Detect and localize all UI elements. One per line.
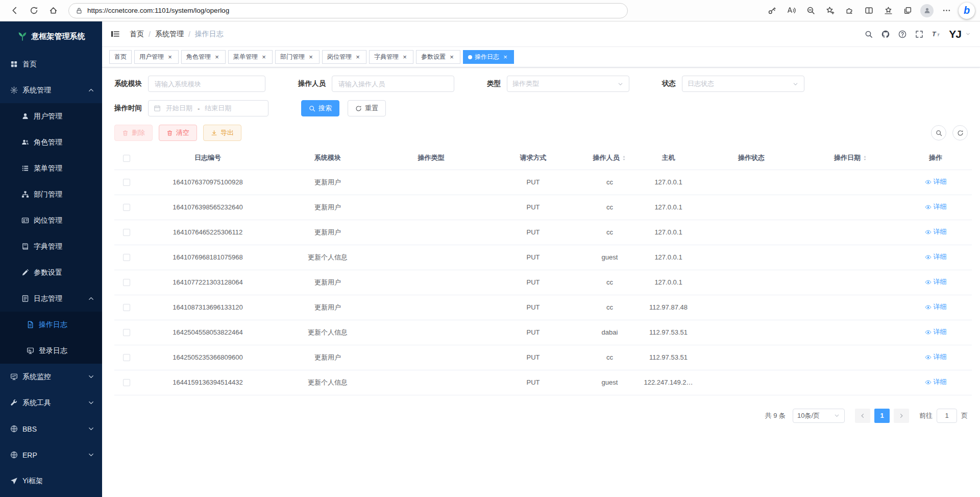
browser-refresh-button[interactable]: [24, 2, 43, 19]
sidebar-item-home[interactable]: 首页: [0, 51, 102, 77]
tab-role-mgmt[interactable]: 角色管理×: [181, 50, 226, 64]
column-header[interactable]: 操作日期: [802, 146, 899, 170]
column-header[interactable]: 操作人员: [583, 146, 636, 170]
sidebar-item-log-mgmt[interactable]: 日志管理: [0, 286, 102, 312]
operator-input[interactable]: [332, 76, 454, 92]
row-checkbox[interactable]: [123, 279, 130, 286]
fullscreen-icon[interactable]: [915, 30, 923, 38]
tab-param-settings[interactable]: 参数设置×: [416, 50, 460, 64]
tab-menu-mgmt[interactable]: 菜单管理×: [228, 50, 273, 64]
row-checkbox[interactable]: [123, 304, 130, 311]
close-tab-icon[interactable]: ×: [502, 53, 509, 61]
row-checkbox[interactable]: [123, 379, 130, 386]
close-tab-icon[interactable]: ×: [166, 53, 174, 61]
close-tab-icon[interactable]: ×: [448, 53, 455, 61]
clear-button[interactable]: 清空: [159, 125, 197, 141]
sidebar-item-bbs[interactable]: BBS: [0, 416, 102, 442]
browser-profile-button[interactable]: [918, 2, 936, 19]
detail-link[interactable]: 详细: [925, 227, 947, 236]
sidebar-item-param-settings[interactable]: 参数设置: [0, 259, 102, 286]
detail-link[interactable]: 详细: [925, 377, 947, 387]
page-number-button[interactable]: 1: [874, 409, 890, 423]
export-button[interactable]: 导出: [203, 125, 241, 141]
close-tab-icon[interactable]: ×: [260, 53, 267, 61]
address-bar[interactable]: https://ccnetcore.com:1101/system/log/op…: [68, 3, 628, 18]
close-tab-icon[interactable]: ×: [354, 53, 361, 61]
tab-oper-log[interactable]: 操作日志×: [463, 50, 514, 64]
select-all-checkbox[interactable]: [123, 155, 130, 162]
close-tab-icon[interactable]: ×: [307, 53, 314, 61]
close-tab-icon[interactable]: ×: [213, 53, 220, 61]
help-icon[interactable]: [898, 30, 906, 38]
sidebar-item-dict-mgmt[interactable]: 字典管理: [0, 233, 102, 259]
app-logo[interactable]: 意框架管理系统: [0, 21, 102, 51]
detail-link[interactable]: 详细: [925, 327, 947, 337]
tab-dict-mgmt[interactable]: 字典管理×: [369, 50, 413, 64]
detail-link[interactable]: 详细: [925, 302, 947, 312]
sidebar-item-yi-framework[interactable]: Yi框架: [0, 468, 102, 494]
add-favorite-button[interactable]: [821, 2, 839, 19]
sidebar-item-login-log[interactable]: 登录日志: [0, 338, 102, 364]
sidebar-item-sys-tools[interactable]: 系统工具: [0, 390, 102, 416]
sidebar-item-user-mgmt[interactable]: 用户管理: [0, 103, 102, 129]
breadcrumb-item-0[interactable]: 首页: [130, 30, 144, 39]
user-brand-logo[interactable]: YJ: [949, 28, 961, 40]
delete-button[interactable]: 删除: [114, 125, 153, 141]
sidebar-item-system-mgmt[interactable]: 系统管理: [0, 77, 102, 103]
browser-home-button[interactable]: [44, 2, 62, 19]
read-aloud-button[interactable]: [782, 2, 800, 19]
tab-dept-mgmt[interactable]: 部门管理×: [275, 50, 320, 64]
next-page-button[interactable]: [894, 409, 909, 423]
sidebar-item-oper-log[interactable]: 操作日志: [0, 312, 102, 338]
tab-post-mgmt[interactable]: 岗位管理×: [322, 50, 366, 64]
toggle-search-button[interactable]: [931, 125, 946, 140]
font-size-icon[interactable]: TT: [932, 30, 940, 38]
detail-link[interactable]: 详细: [925, 352, 947, 362]
row-checkbox[interactable]: [123, 229, 130, 236]
sort-icon[interactable]: [862, 155, 868, 161]
sidebar-item-dept-mgmt[interactable]: 部门管理: [0, 181, 102, 207]
tab-user-mgmt[interactable]: 用户管理×: [134, 50, 179, 64]
split-screen-button[interactable]: [860, 2, 878, 19]
sidebar-item-role-mgmt[interactable]: 角色管理: [0, 129, 102, 155]
collections-button[interactable]: [898, 2, 917, 19]
bing-chat-icon[interactable]: b: [959, 3, 975, 19]
refresh-table-button[interactable]: [952, 125, 968, 140]
sidebar-item-sys-monitor[interactable]: 系统监控: [0, 364, 102, 390]
status-select[interactable]: 日志状态: [682, 76, 804, 92]
sidebar-item-menu-mgmt[interactable]: 菜单管理: [0, 155, 102, 181]
close-tab-icon[interactable]: ×: [401, 53, 408, 61]
type-select[interactable]: 操作类型: [507, 76, 629, 92]
breadcrumb-item-1[interactable]: 系统管理: [155, 30, 184, 39]
favorites-bar-button[interactable]: [879, 2, 897, 19]
module-input[interactable]: [148, 76, 265, 92]
sort-icon[interactable]: [621, 155, 627, 161]
row-checkbox[interactable]: [123, 354, 130, 361]
password-manager-button[interactable]: [763, 2, 781, 19]
sidebar-item-post-mgmt[interactable]: 岗位管理: [0, 207, 102, 233]
header-search-icon[interactable]: [865, 30, 873, 38]
tab-home[interactable]: 首页: [109, 50, 132, 64]
goto-page-input[interactable]: [937, 409, 957, 423]
page-size-select[interactable]: 10条/页: [793, 409, 845, 423]
sidebar-item-erp[interactable]: ERP: [0, 442, 102, 468]
sidebar-toggle-button[interactable]: [102, 21, 128, 47]
github-icon[interactable]: [881, 30, 890, 38]
browser-back-button[interactable]: [5, 2, 23, 19]
browser-menu-button[interactable]: [937, 2, 955, 19]
row-checkbox[interactable]: [123, 329, 130, 336]
zoom-out-button[interactable]: [801, 2, 820, 19]
detail-link[interactable]: 详细: [925, 252, 947, 262]
reset-button[interactable]: 重置: [348, 100, 386, 116]
detail-link[interactable]: 详细: [925, 277, 947, 287]
row-checkbox[interactable]: [123, 254, 130, 261]
detail-link[interactable]: 详细: [925, 177, 947, 186]
search-button[interactable]: 搜索: [301, 100, 339, 116]
user-menu-caret-icon[interactable]: [965, 31, 971, 37]
row-checkbox[interactable]: [123, 204, 130, 211]
prev-page-button[interactable]: [855, 409, 870, 423]
extensions-button[interactable]: [840, 2, 859, 19]
detail-link[interactable]: 详细: [925, 202, 947, 211]
row-checkbox[interactable]: [123, 179, 130, 186]
date-range-picker[interactable]: 开始日期 - 结束日期: [148, 100, 268, 116]
